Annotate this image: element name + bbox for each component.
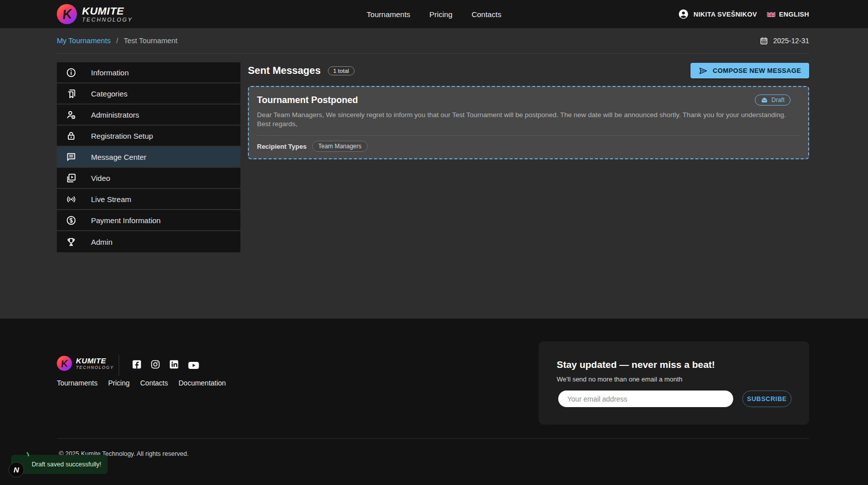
instagram-icon[interactable] xyxy=(150,359,160,369)
email-input[interactable] xyxy=(558,391,733,407)
sidebar-item-categories[interactable]: Categories xyxy=(57,83,240,105)
sidebar-item-message-center[interactable]: Message Center xyxy=(57,147,240,168)
user-area: NIKITA SVEŠNIKOV ENGLISH xyxy=(678,9,809,20)
top-navigation: Tournaments Pricing Contacts xyxy=(367,10,501,19)
footer-link-pricing[interactable]: Pricing xyxy=(108,379,130,387)
logo-k-icon: K xyxy=(57,4,77,24)
footer-logo[interactable]: K KUMITE TECHNOLOGY xyxy=(57,356,114,371)
message-icon xyxy=(66,152,76,162)
message-center-panel: Sent Messages 1 total COMPOSE NEW MESSAG… xyxy=(248,62,809,159)
newsletter-subtitle: We'll send no more than one email a mont… xyxy=(557,375,682,383)
nextjs-dev-badge[interactable]: N xyxy=(9,462,24,477)
sidebar-item-video[interactable]: Video xyxy=(57,168,240,189)
youtube-icon[interactable] xyxy=(188,359,200,369)
categories-icon xyxy=(66,88,76,99)
drafts-icon xyxy=(761,96,768,104)
spinner-icon xyxy=(19,450,30,461)
administrators-icon xyxy=(66,110,76,120)
nav-tournaments[interactable]: Tournaments xyxy=(367,10,410,19)
recipient-types-label: Recipient Types xyxy=(257,143,307,150)
tournament-sidebar: Information Categories Administrators Re… xyxy=(57,62,240,252)
brand-name: KUMITE xyxy=(82,6,133,16)
page-title: Sent Messages xyxy=(248,65,321,76)
trophy-icon xyxy=(66,237,76,247)
compose-new-message-button[interactable]: COMPOSE NEW MESSAGE xyxy=(690,63,809,78)
footer-link-documentation[interactable]: Documentation xyxy=(179,379,226,387)
footer-link-tournaments[interactable]: Tournaments xyxy=(57,379,98,387)
send-icon xyxy=(699,66,708,75)
logo-k-icon: K xyxy=(57,356,72,371)
sidebar-item-information[interactable]: Information xyxy=(57,62,240,83)
info-icon xyxy=(66,67,76,78)
breadcrumb-separator: / xyxy=(116,37,118,45)
nav-pricing[interactable]: Pricing xyxy=(429,10,453,19)
facebook-icon[interactable] xyxy=(132,359,142,369)
brand-subtitle: TECHNOLOGY xyxy=(82,17,133,23)
social-links xyxy=(132,359,200,369)
linkedin-icon[interactable] xyxy=(169,359,179,369)
language-selector[interactable]: ENGLISH xyxy=(767,11,809,18)
payment-icon xyxy=(66,215,76,226)
footer-rule xyxy=(57,438,809,439)
user-name[interactable]: NIKITA SVEŠNIKOV xyxy=(693,11,757,18)
toast-message: Draft saved successfully! xyxy=(32,461,101,468)
sidebar-item-registration-setup[interactable]: Registration Setup xyxy=(57,126,240,147)
draft-message-card[interactable]: Tournament Postponed Draft Dear Team Man… xyxy=(248,86,809,159)
top-bar: K KUMITE TECHNOLOGY Tournaments Pricing … xyxy=(0,0,868,28)
panel-header: Sent Messages 1 total COMPOSE NEW MESSAG… xyxy=(248,62,809,79)
date-value: 2025-12-31 xyxy=(773,37,809,45)
toast-notification: Draft saved successfully! xyxy=(11,455,108,474)
footer-links: Tournaments Pricing Contacts Documentati… xyxy=(57,379,226,387)
total-count-badge: 1 total xyxy=(328,66,355,75)
sidebar-item-payment-information[interactable]: Payment Information xyxy=(57,210,240,231)
draft-status-badge: Draft xyxy=(755,94,791,106)
sidebar-item-live-stream[interactable]: Live Stream xyxy=(57,189,240,210)
footer-divider xyxy=(119,355,119,376)
breadcrumb-row: My Tournaments / Test Tournament 2025-12… xyxy=(57,28,809,54)
live-stream-icon xyxy=(66,194,76,205)
message-title: Tournament Postponed xyxy=(257,95,358,106)
newsletter-card: Stay updated — never miss a beat! We'll … xyxy=(539,341,809,425)
uk-flag-icon xyxy=(767,11,775,17)
breadcrumb-current: Test Tournament xyxy=(124,37,178,45)
tournament-date[interactable]: 2025-12-31 xyxy=(759,36,809,45)
calendar-icon xyxy=(759,36,768,45)
subscribe-button[interactable]: SUBSCRIBE xyxy=(742,391,792,407)
message-body: Dear Team Managers, We sincerely regret … xyxy=(257,111,800,129)
video-icon xyxy=(66,173,76,183)
newsletter-title: Stay updated — never miss a beat! xyxy=(557,359,715,370)
footer-link-contacts[interactable]: Contacts xyxy=(140,379,168,387)
site-footer: K KUMITE TECHNOLOGY Tournaments Pricing … xyxy=(0,319,868,485)
sidebar-item-administrators[interactable]: Administrators xyxy=(57,105,240,126)
recipient-chip-team-managers: Team Managers xyxy=(312,141,368,152)
account-circle-icon[interactable] xyxy=(678,9,689,20)
sidebar-item-admin[interactable]: Admin xyxy=(57,231,240,252)
logo[interactable]: K KUMITE TECHNOLOGY xyxy=(57,4,133,24)
app-page: K KUMITE TECHNOLOGY Tournaments Pricing … xyxy=(0,0,868,485)
nav-contacts[interactable]: Contacts xyxy=(472,10,501,19)
lock-icon xyxy=(66,131,76,141)
breadcrumb-my-tournaments[interactable]: My Tournaments xyxy=(57,37,111,45)
language-label: ENGLISH xyxy=(779,11,809,18)
